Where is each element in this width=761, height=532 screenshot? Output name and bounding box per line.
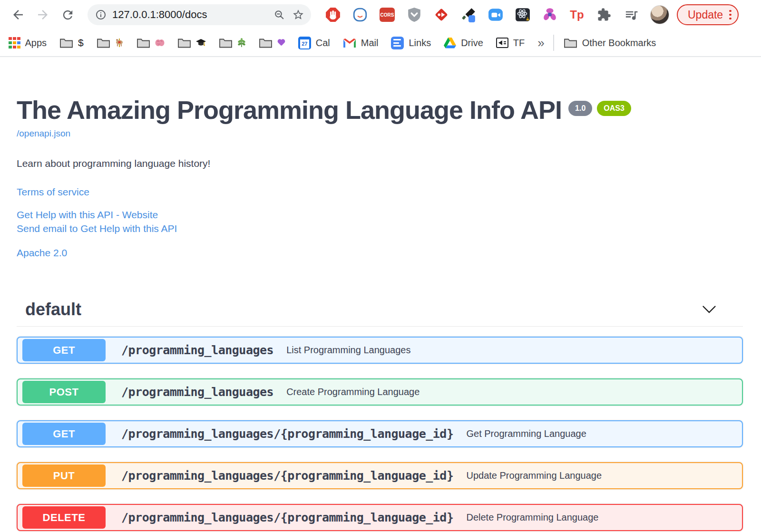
drive-icon [444, 37, 456, 48]
update-label: Update [688, 9, 723, 21]
bookmark-folder-herb[interactable] [219, 38, 246, 48]
tag-section-header[interactable]: default [17, 300, 743, 327]
bookmarks-divider [553, 35, 554, 51]
license-link[interactable]: Apache 2.0 [17, 246, 743, 260]
calendar-icon: 27 [298, 37, 311, 49]
method-badge: PUT [22, 464, 106, 487]
bookmark-calendar[interactable]: 27 Cal [298, 37, 330, 49]
operation-summary: Get Programming Language [466, 428, 586, 439]
operation-summary: Update Programming Language [466, 470, 602, 481]
brain-emoji [155, 39, 165, 47]
carousel-horse-emoji [115, 38, 124, 48]
zoom-out-icon[interactable] [273, 9, 285, 21]
bookmark-folder-dollar[interactable]: $ [59, 37, 84, 48]
operation-path: /programming_languages [121, 385, 273, 399]
oas3-badge: OAS3 [597, 101, 631, 116]
red-diamond-icon[interactable] [434, 7, 449, 22]
folder-icon [97, 38, 110, 48]
folder-icon [219, 38, 233, 48]
extension-bar: CORS Tp [325, 7, 639, 22]
tf-label: TF [513, 38, 525, 48]
apps-grid-icon [9, 37, 20, 49]
operation-path: /programming_languages/{programming_lang… [121, 469, 453, 483]
address-bar[interactable]: 127.0.0.1:8000/docs [88, 4, 311, 25]
contact-website-link[interactable]: Get Help with this API - Website [17, 208, 743, 222]
folder-icon [59, 38, 73, 48]
operation-path: /programming_languages [121, 343, 273, 357]
operation-row-get-one[interactable]: GET /programming_languages/{programming_… [17, 420, 743, 447]
bookmark-folder-horse[interactable] [97, 38, 124, 48]
folder-icon [259, 38, 273, 48]
drive-label: Drive [461, 38, 483, 48]
page-info-icon[interactable] [95, 9, 107, 20]
graduation-cap-emoji [196, 39, 206, 48]
contact-email-link[interactable]: Send email to Get Help with this API [17, 222, 743, 235]
bookmark-drive[interactable]: Drive [444, 37, 483, 48]
apps-label: Apps [25, 38, 47, 48]
tp-icon[interactable]: Tp [569, 7, 585, 22]
react-devtools-icon[interactable] [515, 7, 530, 22]
apps-shortcut[interactable]: Apps [9, 37, 47, 49]
calendar-label: Cal [316, 38, 330, 48]
update-button[interactable]: Update [677, 4, 739, 25]
operation-summary: Delete Programming Language [466, 512, 598, 523]
url-text[interactable]: 127.0.0.1:8000/docs [112, 9, 267, 21]
profile-avatar[interactable] [650, 5, 669, 24]
method-badge: DELETE [22, 506, 106, 529]
page-title: The Amazing Programming Language Info AP… [17, 95, 562, 125]
forward-arrow-icon [36, 8, 50, 22]
mail-label: Mail [361, 38, 379, 48]
tag-name: default [25, 300, 81, 319]
operation-path: /programming_languages/{programming_lang… [121, 427, 453, 441]
links-list-icon [391, 37, 404, 49]
bookmark-folder-brain[interactable] [137, 38, 165, 48]
method-badge: POST [22, 381, 106, 403]
other-bookmarks-label: Other Bookmarks [582, 38, 656, 48]
bookmarks-overflow-chevron[interactable]: » [537, 36, 544, 50]
tf-doc-icon [496, 38, 508, 48]
operation-summary: List Programming Languages [286, 345, 410, 356]
bookmark-links[interactable]: Links [391, 37, 431, 49]
reload-icon [61, 8, 75, 22]
bookmark-folder-graduation[interactable] [177, 38, 206, 48]
terms-of-service-link[interactable]: Terms of service [17, 185, 743, 199]
forward-button[interactable] [32, 4, 53, 25]
calendar-day: 27 [300, 39, 309, 48]
music-playlist-icon[interactable] [624, 7, 639, 22]
browser-toolbar: 127.0.0.1:8000/docs CORS [0, 0, 761, 29]
back-button[interactable] [8, 4, 29, 25]
cors-icon[interactable]: CORS [380, 7, 395, 22]
method-badge: GET [22, 339, 106, 361]
folder-icon [137, 38, 150, 48]
bookmark-mail[interactable]: Mail [343, 38, 379, 48]
folder-icon [177, 38, 191, 48]
bookmark-star-icon[interactable] [292, 9, 304, 21]
chevron-down-icon[interactable] [702, 305, 716, 314]
chat-smile-icon[interactable] [352, 7, 368, 22]
puzzle-extensions-icon[interactable] [596, 7, 612, 22]
operation-summary: Create Programming Language [286, 387, 420, 397]
operation-row-delete[interactable]: DELETE /programming_languages/{programmi… [17, 504, 743, 531]
stop-hand-adblock-icon[interactable] [325, 7, 341, 22]
openapi-spec-link[interactable]: /openapi.json [17, 128, 70, 139]
reload-button[interactable] [57, 4, 78, 25]
links-label: Links [409, 38, 431, 48]
operation-path: /programming_languages/{programming_lang… [121, 511, 453, 524]
operation-row-post-create[interactable]: POST /programming_languages Create Progr… [17, 378, 743, 406]
operation-row-get-list[interactable]: GET /programming_languages List Programm… [17, 337, 743, 364]
video-camera-zoom-icon[interactable] [488, 7, 503, 22]
other-bookmarks[interactable]: Other Bookmarks [564, 38, 656, 48]
bookmarks-bar: Apps $ 27 Cal Mail Links Drive [0, 29, 761, 57]
bookmark-tf[interactable]: TF [496, 38, 525, 48]
eyedropper-color-picker-icon[interactable] [461, 7, 476, 22]
cors-label: CORS [380, 8, 395, 22]
shield-check-icon[interactable] [407, 7, 422, 22]
browser-menu-kebab-icon[interactable] [729, 10, 732, 20]
pink-recycle-icon[interactable] [542, 7, 557, 22]
gmail-icon [343, 38, 356, 48]
swagger-ui-page: The Amazing Programming Language Info AP… [0, 57, 761, 531]
dollar-label: $ [78, 37, 84, 48]
operation-row-put-update[interactable]: PUT /programming_languages/{programming_… [17, 462, 743, 489]
bookmark-folder-heart[interactable] [259, 38, 285, 48]
version-badge: 1.0 [568, 101, 592, 116]
